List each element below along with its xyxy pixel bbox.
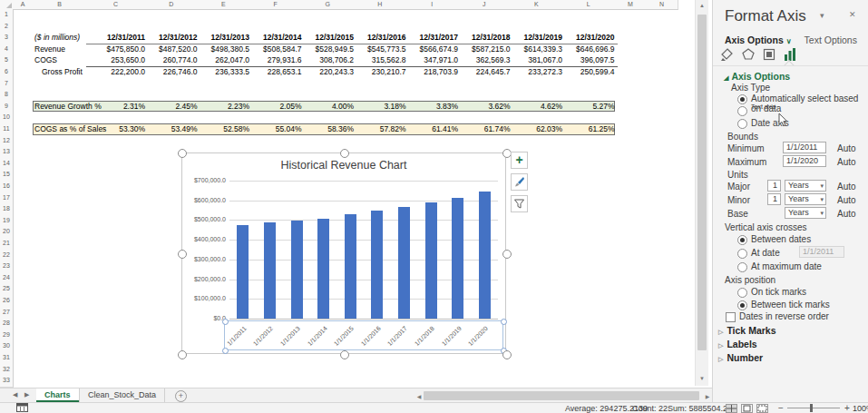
radio-text-axis[interactable]	[737, 106, 747, 116]
row-header-15[interactable]: 15	[0, 169, 14, 182]
chart-resize-handle[interactable]	[502, 350, 512, 359]
cogs-value-cell[interactable]: 308,706.2	[302, 54, 357, 67]
column-header-F[interactable]: F	[249, 0, 303, 10]
scroll-right-icon[interactable]: ▶	[701, 393, 714, 399]
revenue-bar[interactable]	[398, 207, 410, 319]
cogs-pct-value-cell[interactable]: 62.03%	[511, 123, 566, 135]
row-header-20[interactable]: 20	[0, 226, 14, 239]
revenue-value-cell[interactable]: $475,850.0	[86, 44, 148, 55]
column-header-D[interactable]: D	[145, 0, 199, 10]
cogs-pct-value-cell[interactable]: 61.41%	[406, 123, 462, 135]
base-unit-dropdown[interactable]: Years	[785, 207, 826, 219]
revenue-value-cell[interactable]: $545,773.5	[354, 44, 409, 55]
revenue-bar[interactable]	[264, 222, 276, 319]
row-header-2[interactable]: 2	[0, 21, 14, 34]
column-header-G[interactable]: G	[302, 0, 356, 10]
radio-between-dates-label[interactable]: Between dates	[751, 234, 811, 244]
gross-profit-value-cell[interactable]: 220,243.3	[302, 66, 357, 78]
revenue-bar[interactable]	[291, 221, 303, 319]
radio-on-tick-marks[interactable]	[737, 288, 747, 298]
revenue-value-cell[interactable]: $528,949.5	[302, 44, 357, 55]
status-count[interactable]: Count: 22	[632, 404, 668, 413]
chart-styles-button[interactable]	[511, 173, 528, 191]
cogs-pct-value-cell[interactable]: 58.36%	[302, 123, 357, 135]
tab-nav-right-icon[interactable]: ▶	[24, 391, 29, 398]
row-header-16[interactable]: 16	[0, 181, 14, 193]
row-header-5[interactable]: 5	[0, 54, 14, 67]
column-header-H[interactable]: H	[354, 0, 407, 10]
row-header-27[interactable]: 27	[0, 307, 14, 320]
radio-automatically-select[interactable]	[737, 94, 747, 104]
row-header-12[interactable]: 12	[0, 135, 14, 148]
revenue-growth-value-cell[interactable]: 2.45%	[145, 101, 200, 113]
row-header-11[interactable]: 11	[0, 123, 14, 136]
row-header-29[interactable]: 29	[0, 329, 14, 342]
revenue-bar[interactable]	[452, 198, 463, 319]
page-break-view-icon[interactable]	[756, 404, 768, 413]
row-header-17[interactable]: 17	[0, 192, 14, 205]
units-note-cell[interactable]: ($ in millions)	[33, 32, 88, 44]
cogs-value-cell[interactable]: 279,931.6	[249, 54, 305, 67]
section-labels[interactable]: ▷Labels	[718, 339, 757, 349]
spreadsheet-grid[interactable]: ABCDEFGHIJKLMN 1234567891011121314151617…	[0, 0, 695, 388]
radio-date-axis[interactable]	[737, 119, 747, 129]
row-header-30[interactable]: 30	[0, 340, 14, 353]
cogs-value-cell[interactable]: 396,097.5	[562, 54, 618, 67]
page-layout-view-icon[interactable]	[741, 404, 753, 413]
gross-profit-value-cell[interactable]: 226,746.0	[145, 66, 200, 78]
column-header-C[interactable]: C	[86, 0, 146, 10]
row-header-13[interactable]: 13	[0, 146, 14, 159]
minimum-input[interactable]: 1/1/2011	[783, 142, 826, 153]
row-header-8[interactable]: 8	[0, 89, 14, 102]
column-header-M[interactable]: M	[615, 0, 648, 10]
chart-resize-handle[interactable]	[178, 350, 187, 359]
cogs-pct-value-cell[interactable]: 61.74%	[458, 123, 513, 135]
minimum-auto-label[interactable]: Auto	[837, 143, 856, 153]
gross-profit-value-cell[interactable]: 222,200.0	[86, 66, 148, 78]
revenue-bar[interactable]	[345, 214, 356, 319]
cogs-value-cell[interactable]: 381,067.0	[511, 54, 566, 67]
revenue-value-cell[interactable]: $646,696.9	[562, 44, 618, 55]
gross-profit-value-cell[interactable]: 230,210.7	[354, 66, 409, 78]
radio-at-date-label[interactable]: At date	[751, 248, 780, 258]
vertical-scrollbar[interactable]: ▲ ▼	[695, 0, 708, 386]
scroll-up-icon[interactable]: ▲	[696, 3, 708, 8]
size-properties-icon[interactable]	[760, 47, 778, 64]
radio-text-axis-label[interactable]: Text axis	[751, 103, 778, 110]
zoom-in-button[interactable]: +	[844, 403, 850, 413]
row-header-21[interactable]: 21	[0, 238, 14, 251]
pane-menu-icon[interactable]: ▾	[820, 11, 824, 20]
revenue-chart[interactable]: Historical Revenue Chart $0.0$100,000.0$…	[181, 152, 506, 354]
gross-profit-value-cell[interactable]: 228,653.1	[249, 66, 305, 78]
row-header-26[interactable]: 26	[0, 295, 14, 308]
maximum-input[interactable]: 1/1/2020	[783, 155, 826, 167]
revenue-bar[interactable]	[317, 219, 329, 319]
revenue-value-cell[interactable]: $498,380.5	[198, 44, 253, 55]
radio-between-dates[interactable]	[737, 235, 747, 245]
cogs-value-cell[interactable]: 347,971.0	[406, 54, 462, 67]
date-header-cell[interactable]: 12/31/2017	[406, 32, 462, 44]
chart-resize-handle[interactable]	[502, 250, 512, 259]
horizontal-scrollbar[interactable]: ◀ ▶	[413, 389, 712, 402]
row-header-4[interactable]: 4	[0, 44, 14, 56]
cogs-pct-value-cell[interactable]: 55.04%	[249, 123, 305, 135]
row-header-28[interactable]: 28	[0, 318, 14, 330]
dates-reverse-checkbox[interactable]	[726, 312, 736, 322]
zoom-percent[interactable]: 100%	[853, 404, 868, 413]
radio-at-maximum-date-label[interactable]: At maximum date	[751, 261, 822, 271]
date-header-cell[interactable]: 12/31/2011	[86, 32, 148, 44]
date-header-cell[interactable]: 12/31/2013	[198, 32, 253, 44]
revenue-growth-value-cell[interactable]: 2.05%	[249, 101, 305, 113]
date-header-cell[interactable]: 12/31/2015	[302, 32, 357, 44]
radio-at-date[interactable]	[737, 249, 747, 259]
chart-resize-handle[interactable]	[340, 149, 349, 158]
revenue-growth-value-cell[interactable]: 2.23%	[198, 101, 253, 113]
chart-elements-button[interactable]: +	[511, 152, 528, 169]
column-header-I[interactable]: I	[406, 0, 460, 10]
effects-icon[interactable]	[739, 47, 757, 64]
revenue-bar[interactable]	[237, 225, 249, 319]
cogs-label-cell[interactable]: COGS	[33, 54, 88, 66]
revenue-growth-label-cell[interactable]: Revenue Growth %	[33, 101, 88, 113]
radio-between-tick-marks-label[interactable]: Between tick marks	[751, 300, 830, 310]
row-header-25[interactable]: 25	[0, 283, 14, 296]
